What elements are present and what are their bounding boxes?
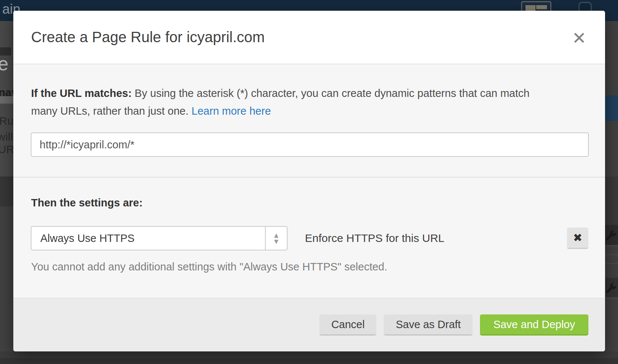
dimmed-table-header bbox=[605, 176, 618, 226]
dimmed-light-band bbox=[0, 96, 13, 104]
modal-header: Create a Page Rule for icyapril.com bbox=[13, 11, 605, 64]
dimmed-table-header bbox=[0, 176, 13, 206]
row-divider bbox=[605, 254, 618, 255]
create-page-rule-modal: Create a Page Rule for icyapril.com ✕ If… bbox=[13, 11, 605, 351]
save-as-draft-button[interactable]: Save as Draft bbox=[384, 314, 473, 336]
body-text-fragment: will bbox=[0, 131, 13, 143]
setting-select[interactable]: Always Use HTTPS ▲ ▼ bbox=[31, 226, 288, 250]
dimmed-band bbox=[0, 358, 618, 364]
dimmed-page-bottom-edge bbox=[0, 351, 618, 364]
url-match-description: If the URL matches: By using the asteris… bbox=[31, 84, 587, 120]
setting-select-value: Always Use HTTPS bbox=[40, 227, 135, 250]
dimmed-page-left-edge: e nav Ru will UR bbox=[0, 21, 13, 351]
wrench-icon bbox=[604, 281, 617, 294]
save-and-deploy-button[interactable]: Save and Deploy bbox=[480, 314, 588, 336]
chevron-up-icon: ▲ bbox=[274, 233, 279, 238]
heading-text-fragment: e bbox=[0, 53, 9, 75]
section-divider bbox=[13, 177, 605, 178]
select-stepper[interactable]: ▲ ▼ bbox=[265, 227, 287, 250]
news-layout-icon-bar bbox=[536, 5, 547, 9]
row-divider bbox=[605, 298, 618, 299]
remove-setting-button[interactable]: ✖ bbox=[567, 228, 588, 249]
url-match-label: If the URL matches: bbox=[31, 87, 132, 99]
dimmed-row-action bbox=[605, 278, 618, 297]
body-text-fragment: Ru bbox=[0, 115, 13, 127]
close-icon[interactable]: ✕ bbox=[569, 28, 590, 48]
row-divider bbox=[605, 263, 618, 264]
modal-footer: Cancel Save as Draft Save and Deploy bbox=[13, 298, 605, 351]
dimmed-page-right-edge bbox=[605, 21, 618, 351]
dimmed-table-body bbox=[0, 206, 13, 351]
settings-heading: Then the settings are: bbox=[31, 197, 142, 209]
row-divider bbox=[605, 245, 618, 246]
learn-more-link[interactable]: Learn more here bbox=[192, 105, 271, 117]
dimmed-blue-button-fragment bbox=[605, 95, 618, 121]
remove-x-icon: ✖ bbox=[573, 231, 582, 244]
body-text-fragment: UR bbox=[0, 143, 14, 156]
setting-description: Enforce HTTPS for this URL bbox=[305, 226, 444, 250]
dimmed-row-action bbox=[605, 225, 618, 245]
chevron-down-icon: ▼ bbox=[274, 239, 279, 244]
modal-title: Create a Page Rule for icyapril.com bbox=[31, 29, 265, 46]
url-match-text-line2: many URLs, rather than just one. bbox=[31, 105, 192, 117]
cancel-button[interactable]: Cancel bbox=[319, 314, 376, 336]
wrench-icon bbox=[604, 228, 617, 242]
url-match-text-line1: By using the asterisk (*) character, you… bbox=[132, 87, 530, 99]
setting-restriction-note: You cannot add any additional settings w… bbox=[31, 261, 387, 273]
url-pattern-input[interactable] bbox=[31, 132, 589, 157]
